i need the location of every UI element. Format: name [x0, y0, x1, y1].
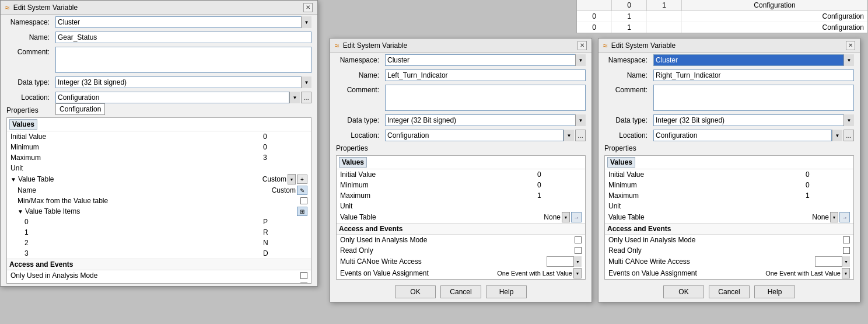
name-input-2[interactable] [385, 69, 586, 81]
readonly-checkbox-3[interactable] [843, 247, 850, 254]
value-table-nav-2[interactable]: → [571, 212, 582, 222]
values-header-3: Values [607, 157, 635, 168]
ok-button-3[interactable]: OK [663, 285, 704, 298]
prop-maximum-1: Maximum 3 [7, 152, 311, 163]
value-table-arrow-1[interactable]: ▼ [288, 174, 296, 184]
cancel-button-2[interactable]: Cancel [440, 285, 481, 298]
location-label-3: Location: [604, 131, 651, 140]
prop-item-1-1: 1 R [7, 227, 311, 238]
comment-row-1: Comment: [1, 45, 317, 75]
location-dropdown-1[interactable]: Configuration [55, 103, 105, 115]
prop-item-0-1: 0 P [7, 217, 311, 227]
window-gear-status: ≈ Edit System Variable ✕ Namespace: Clus… [0, 0, 318, 287]
prop-readonly-3: Read Only [605, 245, 853, 256]
name-input-3[interactable] [653, 69, 854, 81]
window-right-indicator: ≈ Edit System Variable ✕ Namespace: Clus… [598, 38, 860, 302]
analysis-checkbox-1[interactable] [300, 272, 307, 279]
prop-readonly-2: Read Only [337, 245, 585, 256]
prop-item-2-1: 2 N [7, 238, 311, 248]
prop-item-3-1: 3 D [7, 248, 311, 259]
namespace-row-3: Namespace: Cluster ▼ [598, 53, 860, 68]
name-row-2: Name: [330, 68, 592, 83]
namespace-row-2: Namespace: Cluster ▼ [330, 53, 592, 68]
dialog-buttons-2: OK Cancel Help [330, 282, 592, 302]
access-header-2: Access and Events [337, 223, 585, 235]
close-button-3[interactable]: ✕ [846, 41, 855, 50]
properties-label-2: Properties [330, 143, 592, 153]
values-header-2: Values [339, 157, 367, 168]
readonly-checkbox-1[interactable] [300, 283, 307, 283]
value-table-nav-3[interactable]: → [839, 212, 850, 222]
namespace-select-3[interactable]: Cluster [653, 54, 854, 66]
close-button-2[interactable]: ✕ [578, 41, 587, 50]
minmax-checkbox-1[interactable] [300, 197, 307, 204]
prop-value-table-1: ▼ Value Table Custom ▼ + [7, 173, 311, 185]
location-dots-2[interactable]: … [575, 130, 586, 141]
items-add-1[interactable]: ⊞ [297, 207, 307, 216]
prop-unit-1: Unit [7, 163, 311, 173]
value-table-add-1[interactable]: + [297, 175, 307, 184]
namespace-select-2[interactable]: Cluster [385, 54, 586, 66]
title-bar-1: ≈ Edit System Variable ✕ [1, 1, 317, 15]
prop-events-3: Events on Value Assignment One Event wit… [605, 267, 853, 279]
multicanoe-select-2[interactable] [547, 256, 582, 267]
namespace-label-1: Namespace: [6, 18, 53, 26]
access-header-3: Access and Events [605, 223, 853, 235]
datatype-select-2[interactable]: Integer (32 Bit signed) [385, 114, 586, 126]
help-button-2[interactable]: Help [486, 285, 527, 298]
access-header-1: Access and Events [7, 259, 311, 270]
cancel-button-3[interactable]: Cancel [709, 285, 750, 298]
prop-multicanoe-2: Multi CANoe Write Access ▼ [337, 256, 585, 267]
prop-unit-3: Unit [605, 201, 853, 211]
namespace-select-1[interactable]: Cluster [55, 16, 312, 28]
comment-input-3[interactable] [653, 85, 854, 111]
datatype-label-2: Data type: [336, 116, 383, 124]
title-bar-3: ≈ Edit System Variable ✕ [598, 39, 860, 53]
ok-button-2[interactable]: OK [395, 285, 436, 298]
values-header-1: Values [9, 119, 37, 130]
datatype-label-1: Data type: [6, 78, 53, 86]
location-arrow-2: ▼ [564, 130, 574, 141]
prop-minimum-1: Minimum 0 [7, 142, 311, 152]
datatype-label-3: Data type: [604, 116, 651, 124]
name-input-1[interactable] [55, 32, 312, 43]
prop-minimum-2: Minimum 0 [337, 180, 585, 190]
comment-input-2[interactable] [385, 85, 586, 111]
location-dots-1[interactable]: … [301, 92, 312, 103]
datatype-row-1: Data type: Integer (32 Bit signed) ▼ [1, 75, 317, 90]
comment-input-1[interactable] [55, 47, 312, 73]
properties-section-3: Values Initial Value 0 Minimum 0 Maximum… [604, 155, 854, 280]
properties-label-3: Properties [598, 143, 860, 153]
datatype-select-3[interactable]: Integer (32 Bit signed) [653, 114, 854, 126]
comment-label-2: Comment: [336, 85, 383, 94]
value-table-arrow-2[interactable]: ▼ [562, 212, 570, 222]
props-scroll-2: Initial Value 0 Minimum 0 Maximum 1 Unit… [337, 169, 585, 279]
location-select-2[interactable]: Configuration [385, 130, 564, 141]
location-dots-3[interactable]: … [844, 130, 854, 141]
comment-label-3: Comment: [604, 85, 651, 94]
close-button-1[interactable]: ✕ [303, 3, 313, 12]
namespace-row-1: Namespace: Cluster ▼ [1, 15, 317, 30]
properties-section-2: Values Initial Value 0 Minimum 0 Maximum… [336, 155, 586, 280]
prop-maximum-3: Maximum 1 [605, 190, 853, 201]
datatype-row-3: Data type: Integer (32 Bit signed) ▼ [598, 113, 860, 128]
window-icon-1: ≈ [5, 3, 10, 12]
name-edit-1[interactable]: ✎ [297, 186, 307, 195]
value-table-arrow-3[interactable]: ▼ [830, 212, 838, 222]
prop-analysis-mode-2: Only Used in Analysis Mode [337, 235, 585, 245]
prop-analysis-mode-1: Only Used in Analysis Mode [7, 270, 311, 281]
background-table: 0 1 Configuration 0 1 Configuration 0 1 … [576, 0, 868, 33]
analysis-checkbox-3[interactable] [843, 236, 850, 243]
analysis-checkbox-2[interactable] [575, 236, 582, 243]
readonly-checkbox-2[interactable] [575, 247, 582, 254]
events-arrow-3[interactable]: ▼ [842, 268, 850, 278]
location-select-1[interactable]: Configuration [55, 92, 289, 103]
multicanoe-select-3[interactable] [815, 256, 850, 267]
location-select-3[interactable]: Configuration [653, 130, 832, 141]
prop-initial-value-3: Initial Value 0 [605, 169, 853, 180]
datatype-select-1[interactable]: Integer (32 Bit signed) [55, 76, 312, 88]
comment-row-3: Comment: [598, 83, 860, 113]
events-arrow-2[interactable]: ▼ [573, 268, 582, 278]
location-row-3: Location: Configuration ▼ … [598, 128, 860, 143]
help-button-3[interactable]: Help [754, 285, 795, 298]
